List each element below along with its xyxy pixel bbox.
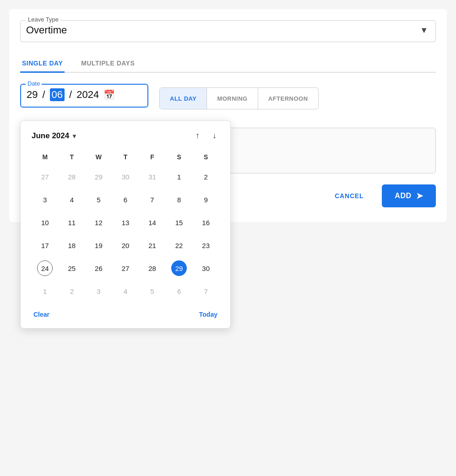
calendar-day-cell[interactable]: 4 bbox=[59, 188, 86, 211]
calendar-nav-arrows: ↑ ↓ bbox=[193, 130, 219, 141]
calendar-day-cell[interactable]: 29 bbox=[85, 165, 112, 188]
main-container: Leave Type Overtime ▼ SINGLE DAY MULTIPL… bbox=[9, 9, 447, 222]
weekday-sun: S bbox=[192, 151, 219, 165]
calendar-day-cell[interactable]: 27 bbox=[32, 165, 59, 188]
calendar-day-cell[interactable]: 28 bbox=[139, 257, 166, 280]
time-selector: ALL DAY MORNING AFTERNOON bbox=[159, 87, 319, 109]
weekday-sat: S bbox=[166, 151, 193, 165]
calendar-day-cell[interactable]: 5 bbox=[85, 188, 112, 211]
calendar-day-cell[interactable]: 18 bbox=[59, 234, 86, 257]
weekday-thu: T bbox=[112, 151, 139, 165]
calendar-day-cell[interactable]: 16 bbox=[192, 211, 219, 234]
day-tabs: SINGLE DAY MULTIPLE DAYS bbox=[20, 55, 436, 73]
date-year: 2024 bbox=[76, 89, 99, 101]
calendar-day-cell[interactable]: 4 bbox=[112, 280, 139, 303]
time-option-morning[interactable]: MORNING bbox=[207, 88, 258, 109]
weekday-wed: W bbox=[85, 151, 112, 165]
calendar-month-arrow-icon: ▼ bbox=[71, 133, 77, 140]
weekday-mon: M bbox=[32, 151, 59, 165]
calendar-day-cell[interactable]: 22 bbox=[166, 234, 193, 257]
calendar-day-cell[interactable]: 12 bbox=[85, 211, 112, 234]
calendar-day-cell[interactable]: 7 bbox=[192, 280, 219, 303]
calendar-day-cell[interactable]: 28 bbox=[59, 165, 86, 188]
leave-type-select[interactable]: Overtime ▼ bbox=[26, 24, 428, 36]
calendar-footer: Clear Today bbox=[32, 308, 219, 321]
date-day: 29 bbox=[27, 89, 38, 101]
add-arrow-icon: ➤ bbox=[416, 191, 423, 201]
calendar-next-button[interactable]: ↓ bbox=[210, 130, 219, 141]
add-button[interactable]: ADD ➤ bbox=[382, 184, 436, 207]
calendar-day-cell[interactable]: 6 bbox=[166, 280, 193, 303]
calendar-day-cell[interactable]: 2 bbox=[192, 165, 219, 188]
calendar-grid: M T W T F S S 27282930311234567891011121… bbox=[32, 151, 219, 303]
date-input-wrapper[interactable]: Date 29/06/2024 📅 bbox=[20, 84, 148, 108]
leave-type-field: Leave Type Overtime ▼ bbox=[20, 20, 436, 42]
tab-single-day[interactable]: SINGLE DAY bbox=[20, 55, 65, 73]
dropdown-arrow-icon: ▼ bbox=[420, 26, 428, 35]
calendar-clear-button[interactable]: Clear bbox=[32, 308, 51, 321]
calendar-day-cell[interactable]: 30 bbox=[112, 165, 139, 188]
leave-type-value: Overtime bbox=[26, 24, 67, 36]
tab-multiple-days[interactable]: MULTIPLE DAYS bbox=[79, 55, 136, 73]
calendar-day-cell[interactable]: 19 bbox=[85, 234, 112, 257]
calendar-day-cell[interactable]: 3 bbox=[32, 188, 59, 211]
time-option-afternoon[interactable]: AFTERNOON bbox=[258, 88, 318, 109]
weekday-tue: T bbox=[59, 151, 86, 165]
calendar-day-cell[interactable]: 31 bbox=[139, 165, 166, 188]
calendar-prev-button[interactable]: ↑ bbox=[193, 130, 202, 141]
calendar-day-cell[interactable]: 6 bbox=[112, 188, 139, 211]
calendar-today-button[interactable]: Today bbox=[197, 308, 219, 321]
calendar-day-cell[interactable]: 24 bbox=[32, 257, 59, 280]
calendar-month-title: June 2024 ▼ bbox=[32, 131, 77, 141]
calendar-icon: 📅 bbox=[103, 89, 115, 100]
calendar-day-cell[interactable]: 8 bbox=[166, 188, 193, 211]
calendar-day-cell[interactable]: 15 bbox=[166, 211, 193, 234]
calendar-day-cell[interactable]: 14 bbox=[139, 211, 166, 234]
calendar-day-cell[interactable]: 5 bbox=[139, 280, 166, 303]
calendar-dropdown: June 2024 ▼ ↑ ↓ M T W T F S S bbox=[20, 120, 231, 329]
calendar-day-cell[interactable]: 27 bbox=[112, 257, 139, 280]
leave-type-label: Leave Type bbox=[26, 16, 60, 23]
weekday-fri: F bbox=[139, 151, 166, 165]
calendar-day-cell[interactable]: 23 bbox=[192, 234, 219, 257]
calendar-day-cell[interactable]: 26 bbox=[85, 257, 112, 280]
date-row: Date 29/06/2024 📅 ALL DAY MORNING AFTERN… bbox=[20, 84, 436, 109]
calendar-day-cell[interactable]: 1 bbox=[32, 280, 59, 303]
date-input-value: 29/06/2024 📅 bbox=[27, 88, 141, 101]
calendar-day-cell[interactable]: 1 bbox=[166, 165, 193, 188]
calendar-day-cell[interactable]: 2 bbox=[59, 280, 86, 303]
calendar-day-cell[interactable]: 29 bbox=[166, 257, 193, 280]
calendar-day-cell[interactable]: 20 bbox=[112, 234, 139, 257]
time-option-all-day[interactable]: ALL DAY bbox=[160, 88, 207, 109]
cancel-button[interactable]: CANCEL bbox=[327, 187, 371, 205]
calendar-day-cell[interactable]: 21 bbox=[139, 234, 166, 257]
date-label: Date bbox=[26, 80, 42, 87]
date-month: 06 bbox=[50, 88, 65, 101]
calendar-header: June 2024 ▼ ↑ ↓ bbox=[32, 130, 219, 141]
calendar-day-cell[interactable]: 3 bbox=[85, 280, 112, 303]
calendar-day-cell[interactable]: 17 bbox=[32, 234, 59, 257]
calendar-day-cell[interactable]: 10 bbox=[32, 211, 59, 234]
add-button-label: ADD bbox=[395, 192, 411, 200]
calendar-day-cell[interactable]: 9 bbox=[192, 188, 219, 211]
calendar-day-cell[interactable]: 25 bbox=[59, 257, 86, 280]
calendar-day-cell[interactable]: 13 bbox=[112, 211, 139, 234]
calendar-day-cell[interactable]: 7 bbox=[139, 188, 166, 211]
calendar-day-cell[interactable]: 11 bbox=[59, 211, 86, 234]
calendar-day-cell[interactable]: 30 bbox=[192, 257, 219, 280]
